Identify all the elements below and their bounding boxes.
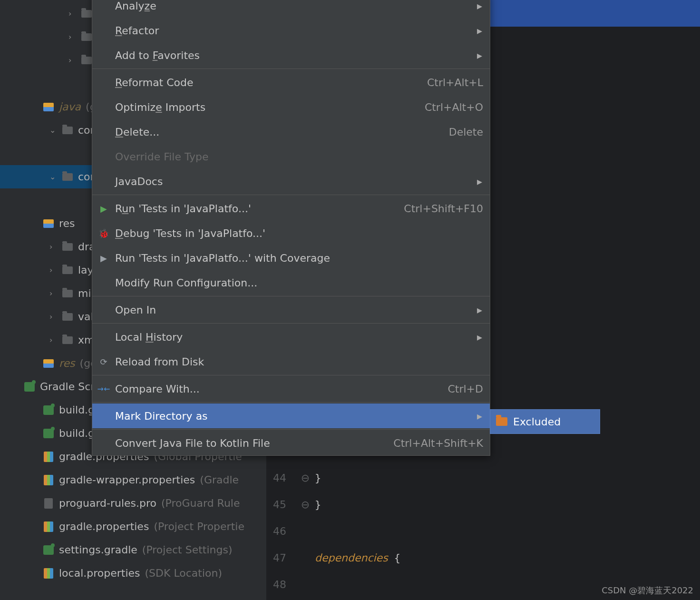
folder-icon [62,265,73,276]
resource-folder-icon [43,358,54,369]
menu-item[interactable]: Add to Favorites▸ [92,43,490,68]
gradle-icon [24,381,35,393]
properties-icon [43,474,54,486]
menu-label: Delete... [115,126,449,138]
menu-label: Reformat Code [115,77,427,89]
chevron-icon[interactable]: › [68,56,76,65]
menu-label: Debug 'Tests in 'JavaPlatfo...' [115,227,483,239]
tree-item[interactable]: settings.gradle (Project Settings) [0,538,266,561]
folder-icon [62,125,73,136]
tree-hint: (Project Settings) [142,544,233,556]
menu-label: Add to Favorites [115,49,483,61]
tree-label: local.properties [59,567,140,579]
file-icon [43,498,54,509]
tree-label: res [59,217,75,229]
code-tail: 44⊖ }45⊖}4647dependencies {48 [266,464,700,598]
submenu-arrow-icon: ▸ [477,304,482,316]
shortcut: Ctrl+Shift+F10 [404,203,483,215]
properties-icon [43,521,54,532]
folder-icon [62,334,73,346]
gradle-icon [43,404,54,416]
chevron-icon[interactable]: › [49,312,57,321]
menu-item[interactable]: ▶Run 'Tests in 'JavaPlatfo...' with Cove… [92,246,490,270]
shortcut: Ctrl+Alt+Shift+K [393,437,483,449]
gutter-line: 45 [266,499,296,511]
code-line: } [315,472,321,484]
tree-label: gradle-wrapper.properties [59,474,195,486]
chevron-icon[interactable]: › [68,32,76,41]
menu-separator [92,195,490,195]
shortcut: Ctrl+Alt+L [427,77,483,89]
chevron-icon[interactable]: ⌄ [49,172,57,181]
menu-separator [92,296,490,296]
menu-separator [92,69,490,69]
tree-hint: (SDK Location) [145,567,223,579]
menu-separator [92,429,490,430]
folder-icon [81,8,92,20]
tree-item[interactable]: proguard-rules.pro (ProGuard Rule [0,492,266,515]
tree-item[interactable]: gradle.properties (Project Propertie [0,515,266,538]
menu-label: JavaDocs [115,176,483,187]
menu-item[interactable]: Reformat CodeCtrl+Alt+L [92,70,490,95]
shortcut: Ctrl+D [447,383,483,395]
chevron-icon[interactable]: › [49,266,57,275]
menu-item[interactable]: Local History▸ [92,325,490,349]
tree-item[interactable]: gradle-wrapper.properties (Gradle [0,468,266,492]
folder-icon [62,288,73,299]
menu-item[interactable]: Open In▸ [92,297,490,322]
submenu-arrow-icon: ▸ [477,176,482,187]
submenu-arrow-icon: ▸ [477,25,482,37]
menu-label: Mark Directory as [115,410,483,422]
resource-folder-icon [43,218,54,229]
folder-icon [81,31,92,43]
menu-item[interactable]: Optimize ImportsCtrl+Alt+O [92,95,490,119]
menu-separator [92,402,490,403]
menu-item[interactable]: →←Compare With...Ctrl+D [92,376,490,401]
submenu-arrow-icon: ▸ [477,0,482,12]
tree-item[interactable]: local.properties (SDK Location) [0,561,266,585]
watermark: CSDN @碧海蓝天2022 [602,585,693,596]
folder-icon [62,171,73,183]
run-icon: ▶ [98,203,109,214]
menu-item[interactable]: Modify Run Configuration... [92,270,490,295]
chevron-icon[interactable]: › [49,242,57,251]
submenu-arrow-icon: ▸ [477,410,482,422]
menu-item[interactable]: Analyze▸ [92,0,490,18]
coverage-icon: ▶ [98,252,109,264]
chevron-icon[interactable]: › [68,9,76,18]
submenu-item-excluded[interactable]: Excluded [513,416,561,428]
folder-icon [62,241,73,253]
menu-item[interactable]: Mark Directory as▸ [92,403,490,428]
chevron-icon[interactable]: › [49,289,57,298]
menu-item[interactable]: JavaDocs▸ [92,169,490,194]
menu-item[interactable]: Refactor▸ [92,18,490,43]
menu-label: Override File Type [115,151,483,163]
properties-icon [43,568,54,579]
mark-directory-submenu[interactable]: Excluded [490,409,600,434]
menu-item[interactable]: Delete...Delete [92,119,490,144]
excluded-folder-icon [496,417,507,426]
gutter-line: 48 [266,579,296,590]
menu-separator [92,375,490,375]
gradle-icon [43,428,54,439]
tree-hint: (ProGuard Rule [161,497,240,509]
menu-item[interactable]: ⟳Reload from Disk [92,349,490,374]
menu-label: Modify Run Configuration... [115,277,483,289]
gutter-line: 46 [266,525,296,537]
menu-item[interactable]: Convert Java File to Kotlin FileCtrl+Alt… [92,431,490,455]
menu-label: Compare With... [115,383,447,395]
chevron-icon[interactable]: ⌄ [49,126,57,135]
bug-icon: 🐞 [98,227,109,239]
menu-label: Analyze [115,0,483,12]
shortcut: Ctrl+Alt+O [425,101,483,113]
context-menu[interactable]: Analyze▸Refactor▸Add to Favorites▸Reform… [92,0,490,456]
tree-label: gradle.properties [59,521,149,532]
menu-item[interactable]: ▶Run 'Tests in 'JavaPlatfo...'Ctrl+Shift… [92,196,490,221]
chevron-icon[interactable]: › [49,335,57,344]
gradle-icon [43,544,54,556]
code-line: dependencies { [315,552,400,564]
resource-folder-icon [43,101,54,113]
submenu-arrow-icon: ▸ [477,49,482,61]
menu-item[interactable]: 🐞Debug 'Tests in 'JavaPlatfo...' [92,221,490,246]
folder-icon [62,311,73,323]
